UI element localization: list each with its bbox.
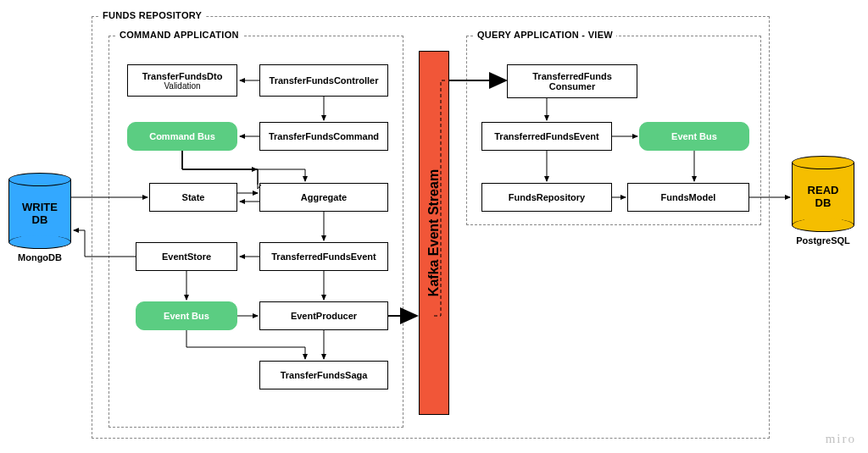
cmd-tfe-label: TransferredFundsEvent — [271, 251, 376, 262]
aggregate-label: Aggregate — [301, 192, 347, 202]
qry-transferred-funds-event-box: TransferredFundsEvent — [481, 122, 612, 151]
write-db: WRITE DB MongoDB — [8, 173, 71, 262]
qry-event-bus-label: Event Bus — [671, 131, 717, 141]
write-db-title-l2: DB — [32, 213, 48, 226]
qry-tfe-label: TransferredFundsEvent — [494, 131, 598, 141]
command-bus-label: Command Bus — [149, 131, 215, 141]
miro-watermark: miro — [826, 432, 856, 446]
command-bus-box: Command Bus — [127, 122, 237, 151]
command-label: TransferFundsCommand — [269, 131, 379, 141]
dto-subtitle: Validation — [164, 81, 200, 91]
dto-title: TransferFundsDto — [142, 71, 223, 81]
qry-event-bus-box: Event Bus — [639, 122, 749, 151]
funds-model-box: FundsModel — [627, 183, 749, 212]
aggregate-box: Aggregate — [259, 183, 388, 212]
funds-repository-box: FundsRepository — [481, 183, 612, 212]
controller-label: TransferFundsController — [270, 75, 379, 86]
kafka-event-stream: Kafka Event Stream — [419, 51, 449, 415]
consumer-l2: Consumer — [549, 81, 595, 91]
event-producer-box: EventProducer — [259, 301, 388, 330]
kafka-label: Kafka Event Stream — [426, 169, 442, 296]
state-box: State — [149, 183, 237, 212]
transferred-funds-consumer-box: TransferredFunds Consumer — [507, 64, 637, 98]
write-db-engine: MongoDB — [8, 252, 71, 262]
state-label: State — [182, 192, 205, 202]
event-store-box: EventStore — [136, 242, 237, 271]
transfer-funds-dto-box: TransferFundsDto Validation — [127, 64, 237, 97]
cmd-event-bus-label: Event Bus — [164, 311, 209, 321]
funds-repository-label: FundsRepository — [509, 192, 585, 202]
cmd-event-bus-box: Event Bus — [136, 301, 237, 330]
event-store-label: EventStore — [162, 251, 211, 262]
event-producer-label: EventProducer — [291, 311, 357, 321]
read-db: READ DB PostgreSQL — [792, 156, 854, 246]
funds-model-label: FundsModel — [661, 192, 716, 202]
write-db-title-l1: WRITE — [22, 201, 58, 213]
cmd-transferred-funds-event-box: TransferredFundsEvent — [259, 242, 388, 271]
transfer-funds-saga-box: TransferFundsSaga — [259, 361, 388, 389]
read-db-title-l2: DB — [815, 196, 832, 209]
consumer-l1: TransferredFunds — [532, 71, 612, 81]
saga-label: TransferFundsSaga — [281, 370, 368, 380]
transfer-funds-controller-box: TransferFundsController — [259, 64, 388, 97]
read-db-engine: PostgreSQL — [792, 235, 854, 246]
funds-repository-label: FUNDS REPOSITORY — [99, 10, 205, 20]
command-application-label: COMMAND APPLICATION — [116, 30, 242, 40]
transfer-funds-command-box: TransferFundsCommand — [259, 122, 388, 151]
read-db-title-l1: READ — [808, 184, 839, 196]
query-application-label: QUERY APPLICATION - VIEW — [474, 30, 616, 40]
